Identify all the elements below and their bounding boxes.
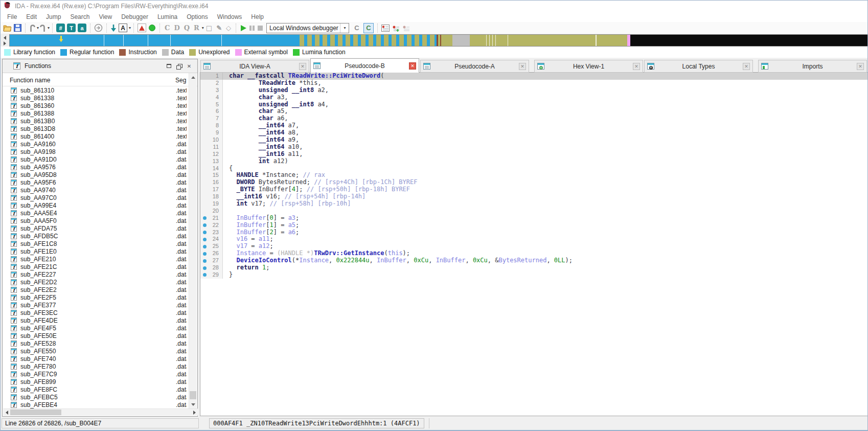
breakpoint-dot-icon[interactable] <box>203 273 207 277</box>
function-row[interactable]: fsub_AFE1C8.data <box>3 240 188 247</box>
function-row[interactable]: fsub_AA9198.data <box>3 148 188 155</box>
line-gutter[interactable]: 8 <box>200 122 223 129</box>
code-line[interactable]: 20 <box>200 208 867 215</box>
glyph-r-button[interactable]: R <box>193 23 200 33</box>
line-gutter[interactable]: 19 <box>200 200 223 208</box>
function-row[interactable]: fsub_AA9576.data <box>3 163 188 171</box>
open-file-button[interactable] <box>3 23 12 33</box>
function-row[interactable]: fsub_861388.text <box>3 109 188 117</box>
function-row[interactable]: fsub_AFEBC5.data <box>3 393 188 401</box>
vertical-scroll-thumb[interactable] <box>190 391 196 399</box>
function-row[interactable]: fsub_AFE550.data <box>3 347 188 355</box>
function-row[interactable]: fsub_861360.text <box>3 102 188 109</box>
stop-process-button[interactable] <box>257 23 263 33</box>
menu-jump[interactable]: Jump <box>41 12 65 21</box>
attach-c-button[interactable]: C <box>352 24 361 33</box>
glyph-d-button[interactable]: D <box>173 23 180 33</box>
menu-file[interactable]: File <box>3 12 21 21</box>
code-line[interactable]: 6 char a5, <box>200 108 867 115</box>
code-line[interactable]: 11 __int64 a10, <box>200 144 867 151</box>
code-line[interactable]: 1char __fastcall TReadWrite::PciWriteDwo… <box>200 73 867 80</box>
add-breakpoint-button[interactable] <box>392 23 400 33</box>
code-line[interactable]: 5 unsigned __int8 a4, <box>200 101 867 108</box>
navband-scroll-right-button[interactable] <box>2 40 8 46</box>
function-row[interactable]: fsub_AFE740.data <box>3 355 188 362</box>
pause-process-button[interactable] <box>249 23 255 33</box>
code-line[interactable]: 28 return 1; <box>200 264 867 271</box>
line-gutter[interactable]: 3 <box>200 87 223 94</box>
function-row[interactable]: fsub_AFE377.data <box>3 301 188 309</box>
breakpoint-dot-icon[interactable] <box>203 252 207 256</box>
navband-zoom-button[interactable] <box>138 24 146 32</box>
menu-lumina[interactable]: Lumina <box>153 12 182 21</box>
float-panel-button[interactable] <box>174 61 184 71</box>
chevron-down-icon[interactable]: ▾ <box>129 26 131 30</box>
line-gutter[interactable]: 13 <box>200 158 223 165</box>
horizontal-scroll-thumb[interactable] <box>10 410 61 415</box>
breakpoint-dot-icon[interactable] <box>203 238 207 241</box>
line-gutter[interactable]: 20 <box>200 208 223 215</box>
functions-vertical-scrollbar[interactable] <box>189 73 197 409</box>
frame-button[interactable]: □ <box>205 23 213 33</box>
jump-next-button[interactable] <box>110 23 117 33</box>
glyph-q-button[interactable]: Q <box>183 23 191 33</box>
line-gutter[interactable]: 9 <box>200 129 223 137</box>
line-gutter[interactable]: 1 <box>200 73 223 80</box>
function-row[interactable]: fsub_8613D8.text <box>3 125 188 132</box>
line-gutter[interactable]: 22 <box>200 222 223 229</box>
function-row[interactable]: fsub_AFE528.data <box>3 339 188 347</box>
breakpoint-dot-icon[interactable] <box>203 216 207 220</box>
start-process-button[interactable] <box>240 23 247 33</box>
close-tab-button[interactable]: ✕ <box>633 63 640 70</box>
breakpoint-dot-icon[interactable] <box>203 259 207 263</box>
close-panel-button[interactable]: ✕ <box>184 61 194 71</box>
breakpoint-dot-icon[interactable] <box>203 266 207 270</box>
text-view-button[interactable]: A <box>119 23 127 33</box>
function-row[interactable]: fsub_861400.text <box>3 132 188 140</box>
line-gutter[interactable]: 6 <box>200 108 223 115</box>
line-gutter[interactable]: 12 <box>200 151 223 158</box>
line-gutter[interactable]: 28 <box>200 264 223 271</box>
function-row[interactable]: fsub_AA99E4.data <box>3 201 188 209</box>
chevron-down-icon[interactable]: ▾ <box>202 26 204 30</box>
line-gutter[interactable]: 11 <box>200 144 223 151</box>
menu-edit[interactable]: Edit <box>21 12 41 21</box>
function-row[interactable]: fsub_861310.text <box>3 86 188 94</box>
edit-button[interactable]: ✎ <box>215 23 223 33</box>
code-line[interactable]: 9 __int64 a8, <box>200 129 867 137</box>
scroll-down-button[interactable] <box>189 400 197 409</box>
menu-windows[interactable]: Windows <box>213 12 247 21</box>
line-gutter[interactable]: 15 <box>200 172 223 179</box>
function-row[interactable]: fsub_AFE4DE.data <box>3 316 188 324</box>
structures-window-button[interactable]: T <box>67 24 76 32</box>
debugger-select[interactable]: Local Windows debugger▾ <box>266 23 349 33</box>
code-line[interactable]: 7 char a6, <box>200 115 867 122</box>
code-line[interactable]: 16 DWORD BytesReturned; // [rsp+4Ch] [rb… <box>200 179 867 186</box>
code-line[interactable]: 24 v16 = a11; <box>200 236 867 243</box>
code-line[interactable]: 8 __int64 a7, <box>200 122 867 129</box>
function-row[interactable]: fsub_AFE7C9.data <box>3 370 188 378</box>
function-row[interactable]: fsub_AFE21C.data <box>3 263 188 270</box>
menu-view[interactable]: View <box>94 12 117 21</box>
function-row[interactable]: fsub_AAA5E4.data <box>3 209 188 217</box>
line-gutter[interactable]: 2 <box>200 80 223 87</box>
continue-c-button[interactable]: C <box>363 23 374 33</box>
pseudocode-view[interactable]: 1char __fastcall TReadWrite::PciWriteDwo… <box>200 72 868 416</box>
function-row[interactable]: fsub_AA97C0.data <box>3 194 188 201</box>
scroll-left-button[interactable] <box>3 409 10 416</box>
line-gutter[interactable]: 14 <box>200 165 223 172</box>
function-row[interactable]: fsub_AFEBE4.data <box>3 401 188 409</box>
function-row[interactable]: fsub_AA95F6.data <box>3 178 188 186</box>
line-gutter[interactable]: 10 <box>200 137 223 144</box>
strings-window-button[interactable]: a <box>78 24 86 32</box>
line-gutter[interactable]: 18 <box>200 193 223 200</box>
line-gutter[interactable]: 4 <box>200 94 223 101</box>
jump-forward-button[interactable] <box>40 23 46 33</box>
menu-options[interactable]: Options <box>182 12 212 21</box>
tab-local-types[interactable]: Local Types✕ <box>644 60 753 73</box>
tab-imports[interactable]: Imports✕ <box>758 60 867 73</box>
function-row[interactable]: fsub_AA95D8.data <box>3 171 188 178</box>
code-line[interactable]: 29} <box>200 271 867 279</box>
function-row[interactable]: fsub_AFE4F5.data <box>3 324 188 332</box>
function-row[interactable]: fsub_AA9740.data <box>3 186 188 194</box>
